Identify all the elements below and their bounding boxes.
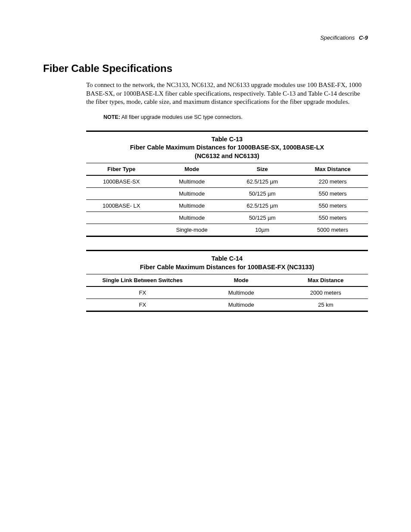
- table-c13-caption-line3: (NC6132 and NC6133): [103, 152, 351, 161]
- table-row: Multimode 50/125 µm 550 meters: [86, 188, 368, 200]
- cell: 10µm: [227, 224, 298, 236]
- cell: 62.5/125 µm: [227, 200, 298, 212]
- header-page-number: C-9: [356, 34, 368, 41]
- table-c13-th-3: Max Distance: [298, 163, 368, 176]
- cell: [86, 224, 157, 236]
- table-c13-caption-line1: Table C-13: [103, 135, 351, 144]
- table-row: 1000BASE- LX Multimode 62.5/125 µm 550 m…: [86, 200, 368, 212]
- table-row: Single-mode 10µm 5000 meters: [86, 224, 368, 236]
- table-c14-th-0: Single Link Between Switches: [86, 274, 199, 287]
- cell: 220 meters: [298, 175, 368, 188]
- cell: 62.5/125 µm: [227, 175, 298, 188]
- cell: FX: [86, 286, 199, 299]
- cell: 25 km: [283, 299, 368, 311]
- intro-paragraph: To connect to the network, the NC3133, N…: [86, 81, 368, 106]
- table-c14-caption-line2: Fiber Cable Maximum Distances for 100BAS…: [103, 263, 351, 272]
- cell: 1000BASE- LX: [86, 200, 157, 212]
- table-c14-th-1: Mode: [199, 274, 283, 287]
- table-c13: Table C-13 Fiber Cable Maximum Distances…: [86, 131, 368, 237]
- cell: Multimode: [199, 299, 283, 311]
- table-c14-caption: Table C-14 Fiber Cable Maximum Distances…: [86, 251, 368, 274]
- table-row: FX Multimode 25 km: [86, 299, 368, 311]
- table-c13-header-row: Fiber Type Mode Size Max Distance: [86, 163, 368, 176]
- cell: 50/125 µm: [227, 188, 298, 200]
- cell: 5000 meters: [298, 224, 368, 236]
- cell: Multimode: [199, 286, 283, 299]
- cell: [86, 188, 157, 200]
- table-c13-th-0: Fiber Type: [86, 163, 157, 176]
- table-c13-caption-line2: Fiber Cable Maximum Distances for 1000BA…: [103, 143, 351, 152]
- table-c14: Table C-14 Fiber Cable Maximum Distances…: [86, 250, 368, 312]
- page-header: Specifications C-9: [43, 34, 368, 41]
- table-c13-th-1: Mode: [157, 163, 227, 176]
- table-row: 1000BASE-SX Multimode 62.5/125 µm 220 me…: [86, 175, 368, 188]
- page-title: Fiber Cable Specifications: [43, 62, 368, 75]
- cell: 1000BASE-SX: [86, 175, 157, 188]
- cell: Multimode: [157, 212, 227, 224]
- cell: Multimode: [157, 200, 227, 212]
- table-c14-th-2: Max Distance: [283, 274, 368, 287]
- table-row: Multimode 50/125 µm 550 meters: [86, 212, 368, 224]
- table-row: FX Multimode 2000 meters: [86, 286, 368, 299]
- table-c13-caption: Table C-13 Fiber Cable Maximum Distances…: [86, 132, 368, 163]
- cell: FX: [86, 299, 199, 311]
- header-section: Specifications: [320, 34, 355, 41]
- cell: 2000 meters: [283, 286, 368, 299]
- note-label: NOTE:: [103, 114, 120, 120]
- table-c14-caption-line1: Table C-14: [103, 255, 351, 263]
- cell: 550 meters: [298, 200, 368, 212]
- cell: Single-mode: [157, 224, 227, 236]
- cell: 550 meters: [298, 188, 368, 200]
- note-block: NOTE: All fiber upgrade modules use SC t…: [103, 114, 368, 120]
- table-c13-th-2: Size: [227, 163, 298, 176]
- note-text: All fiber upgrade modules use SC type co…: [120, 114, 243, 120]
- table-c14-header-row: Single Link Between Switches Mode Max Di…: [86, 274, 368, 287]
- cell: 550 meters: [298, 212, 368, 224]
- cell: Multimode: [157, 175, 227, 188]
- cell: [86, 212, 157, 224]
- cell: Multimode: [157, 188, 227, 200]
- cell: 50/125 µm: [227, 212, 298, 224]
